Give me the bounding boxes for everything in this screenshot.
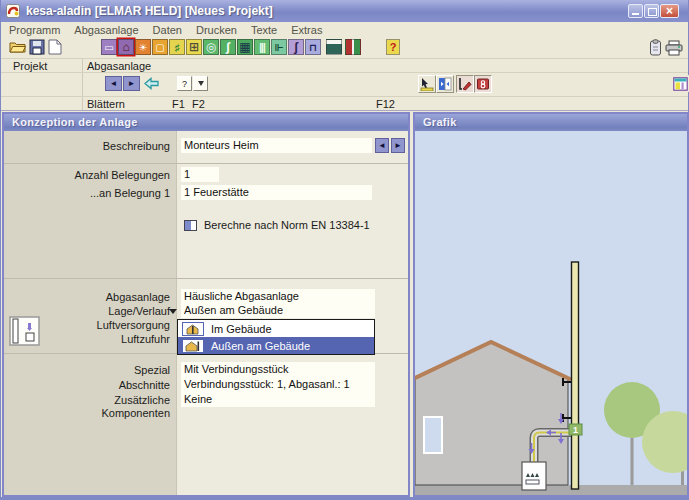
main-toolbar: ? [1,38,688,59]
draw-tool-button[interactable] [456,75,474,93]
komponenten-field[interactable]: Keine [181,392,375,407]
beschreibung-label: Beschreibung [4,140,170,152]
menu-bar: Programm Abgasanlage Daten Drucken Texte… [1,22,688,38]
menu-texte[interactable]: Texte [251,24,277,36]
next-page-button[interactable] [123,76,140,91]
abgasanlage-label: Abgasanlage [4,291,170,303]
boiler-flames [526,473,539,477]
beschreibung-next-button[interactable]: ► [391,138,405,153]
f12-caption: F12 [376,98,395,110]
dropdown-option-label: Außen am Gebäude [211,340,310,352]
app-window: kesa-aladin [ELMAR HELD] [Neues Projekt]… [0,0,689,500]
pipe-bend-icon[interactable] [288,39,304,55]
f2-caption: F2 [192,98,205,110]
framework-icon[interactable] [169,39,185,55]
save-project-icon[interactable] [29,39,45,55]
lage-dropdown-popup: Im Gebäude Außen am Gebäude [177,319,375,355]
open-project-icon[interactable] [9,39,26,55]
data-window-icon[interactable] [326,39,342,55]
tree-trunk [631,431,634,485]
split-view-button[interactable] [436,75,454,93]
grafik-panel: Grafik [413,112,689,497]
stamp-icon [476,77,490,91]
help-icon[interactable]: ? [386,39,400,55]
menu-drucken[interactable]: Drucken [196,24,237,36]
compare-result-icon[interactable] [345,39,361,55]
pointer-icon [420,77,434,91]
blaettern-caption: Blättern [87,98,125,110]
menu-daten[interactable]: Daten [153,24,182,36]
abgasanlage-caption: Abgasanlage [87,60,151,72]
printer-icon[interactable] [665,40,683,56]
project-sheet-icon[interactable] [101,39,117,55]
menu-abgasanlage[interactable]: Abgasanlage [74,24,138,36]
damper-icon[interactable] [203,39,219,55]
context-help-button[interactable]: ? [177,76,192,91]
luftzufuhr-label: Luftzufuhr [4,333,170,345]
vertical-flue-icon[interactable] [254,39,270,55]
house-outside-icon [182,339,204,353]
app-icon [6,4,20,18]
spezial-field[interactable]: Mit Verbindungsstück [181,362,375,377]
chevron-down-icon [198,81,204,86]
anzahl-belegungen-label: Anzahl Belegungen [4,169,170,181]
boiler-front-icon[interactable] [152,39,168,55]
building-drawing: 1 [415,131,687,495]
split-view-icon [438,77,452,91]
beschreibung-field[interactable]: Monteurs Heim [181,138,372,153]
spezial-label: Spezial [4,364,170,376]
new-project-icon[interactable] [48,39,62,55]
page-dropdown-button[interactable] [193,76,208,91]
layout-window-button[interactable] [672,75,689,92]
segment-badge-number: 1 [573,425,578,435]
konzeption-panel: Konzeption der Anlage Beschreibung Monte… [2,112,410,497]
solar-icon[interactable] [135,39,151,55]
dropdown-option-label: Im Gebäude [211,323,272,335]
system-concept-icon[interactable] [118,39,134,55]
abschnitte-label: Abschnitte [4,379,170,391]
maximize-button[interactable] [644,4,659,18]
an-belegung-label: ...an Belegung 1 [4,187,170,199]
back-arrow-button[interactable] [143,76,160,91]
house-window [424,417,442,453]
projekt-caption: Projekt [13,60,47,72]
clipboard-icon[interactable] [649,39,662,56]
abschnitte-field[interactable]: Verbindungsstück: 1, Abgasanl.: 1 [181,377,375,392]
grid-section-icon[interactable] [237,39,253,55]
menu-programm[interactable]: Programm [9,24,60,36]
layout-window-icon [673,77,688,91]
luftversorgung-label: Luftversorgung [4,319,170,331]
dropdown-arrow-icon[interactable] [169,309,177,314]
norm-checkbox-label: Berechne nach Norm EN 13384-1 [204,219,370,231]
komponenten-label-line2: Komponenten [4,407,170,419]
dropdown-option-aussen-am-gebaeude[interactable]: Außen am Gebäude [178,337,374,354]
close-button[interactable] [660,4,679,18]
pen-icon [458,77,472,91]
f1-caption: F1 [172,98,185,110]
prev-page-button[interactable] [105,76,122,91]
an-belegung-field[interactable]: 1 Feuerstätte [181,185,372,200]
abgasanlage-field[interactable]: Häusliche Abgasanlage [181,289,375,304]
anzahl-belegungen-field[interactable]: 1 [181,167,219,182]
grafik-canvas: 1 [415,131,687,495]
window-grid-icon[interactable] [186,39,202,55]
konzeption-body: Beschreibung Monteurs Heim ◄ ► Anzahl Be… [4,131,408,495]
title-bar: kesa-aladin [ELMAR HELD] [Neues Projekt] [1,0,688,22]
stamp-tool-button[interactable] [474,75,492,93]
beschreibung-prev-button[interactable]: ◄ [375,138,389,153]
konzeption-panel-title: Konzeption der Anlage [4,114,408,131]
minimize-button[interactable] [628,4,643,18]
dropdown-option-im-gebaeude[interactable]: Im Gebäude [178,320,374,337]
chimney [572,262,579,489]
grafik-panel-title: Grafik [415,114,687,131]
pointer-tool-button[interactable] [418,75,436,93]
connector-pipe-icon[interactable] [220,39,236,55]
lage-verlauf-field[interactable]: Außen am Gebäude [181,303,375,318]
window-title: kesa-aladin [ELMAR HELD] [Neues Projekt] [26,4,273,18]
norm-checkbox[interactable] [184,220,197,231]
flue-branch-icon[interactable] [271,39,287,55]
ground [415,485,687,495]
menu-extras[interactable]: Extras [291,24,322,36]
pipe-tee-icon[interactable] [305,39,321,55]
house-inside-icon [182,322,204,336]
